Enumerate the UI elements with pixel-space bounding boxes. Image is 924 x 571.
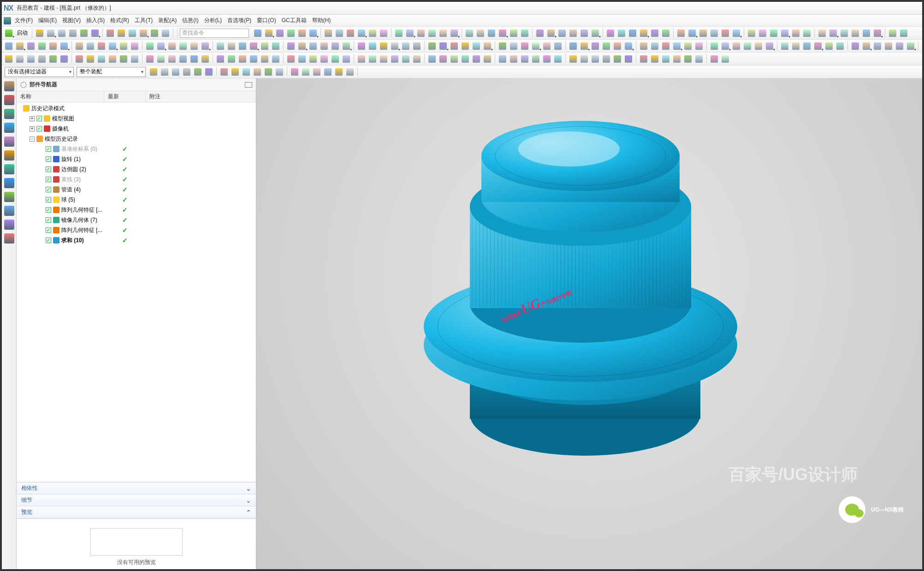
toolbar-button[interactable] <box>742 41 752 51</box>
toolbar-button[interactable] <box>308 41 318 51</box>
toolbar-button[interactable] <box>883 41 894 51</box>
toolbar-button[interactable] <box>590 54 600 64</box>
toolbar-button[interactable] <box>817 28 827 38</box>
toolbar-button[interactable] <box>601 54 611 64</box>
tree-row[interactable]: ✓直线 (3)✓ <box>17 174 256 184</box>
toolbar-button[interactable] <box>394 28 404 38</box>
toolbar-button[interactable] <box>401 54 411 64</box>
toolbar-button[interactable] <box>802 28 812 38</box>
toolbar-button[interactable] <box>475 28 486 38</box>
toolbar-button[interactable] <box>753 41 764 51</box>
toolbar-button[interactable] <box>460 54 470 64</box>
tree-row[interactable]: ✓旋转 (1)✓ <box>17 154 256 164</box>
toolbar-button[interactable] <box>178 41 188 51</box>
toolbar-button[interactable] <box>460 41 470 51</box>
resource-tab[interactable] <box>4 233 14 244</box>
toolbar-button[interactable] <box>894 41 905 51</box>
resource-tab[interactable] <box>4 137 14 147</box>
toolbar-button[interactable] <box>401 41 411 51</box>
toolbar-button[interactable] <box>237 54 248 64</box>
toolbar-button[interactable] <box>74 41 84 51</box>
toolbar-button[interactable] <box>661 28 671 38</box>
toolbar-button[interactable] <box>252 67 262 77</box>
toolbar-button[interactable] <box>824 41 834 51</box>
toolbar-button[interactable] <box>130 41 140 51</box>
resource-tab[interactable] <box>4 81 14 91</box>
toolbar-button[interactable] <box>568 54 578 64</box>
toolbar-button[interactable] <box>15 54 25 64</box>
toolbar-button[interactable] <box>200 54 210 64</box>
toolbar-button[interactable] <box>546 28 556 38</box>
menu-item[interactable]: 装配(A) <box>155 16 179 25</box>
toolbar-button[interactable] <box>204 67 214 77</box>
toolbar-button[interactable] <box>37 41 47 51</box>
tree-row[interactable]: ✓管道 (4)✓ <box>17 184 256 195</box>
toolbar-button[interactable] <box>720 28 730 38</box>
tree-root[interactable]: 历史记录模式 <box>17 103 256 113</box>
toolbar-button[interactable] <box>189 54 199 64</box>
menu-item[interactable]: 分析(L) <box>201 16 225 25</box>
checkbox-icon[interactable]: ✓ <box>46 207 51 213</box>
toolbar-button[interactable] <box>193 67 203 77</box>
toolbar-button[interactable] <box>37 54 47 64</box>
toolbar-button[interactable] <box>709 54 719 64</box>
toolbar-button[interactable] <box>449 28 459 38</box>
toolbar-button[interactable] <box>509 28 519 38</box>
toolbar-button[interactable] <box>271 41 281 51</box>
toolbar-button[interactable] <box>215 41 225 51</box>
toolbar-button[interactable] <box>590 41 600 51</box>
toolbar-button[interactable] <box>167 54 177 64</box>
toolbar-button[interactable] <box>253 28 263 38</box>
menu-item[interactable]: 信息(I) <box>179 16 201 25</box>
toolbar-button[interactable] <box>780 41 790 51</box>
toolbar-button[interactable] <box>85 41 95 51</box>
toolbar-button[interactable] <box>672 41 682 51</box>
resource-tab[interactable] <box>4 164 14 174</box>
toolbar-button[interactable] <box>367 28 378 38</box>
toolbar-button[interactable] <box>15 41 25 51</box>
toolbar-button[interactable] <box>464 28 474 38</box>
toolbar-button[interactable] <box>308 54 318 64</box>
toolbar-button[interactable] <box>149 28 160 38</box>
toolbar-button[interactable] <box>341 41 351 51</box>
tree-row[interactable]: +✓摄像机 <box>17 124 256 134</box>
toolbar-button[interactable] <box>367 41 378 51</box>
toolbar-button[interactable] <box>215 54 225 64</box>
toolbar-button[interactable] <box>230 67 240 77</box>
toolbar-button[interactable] <box>59 54 69 64</box>
toolbar-button[interactable] <box>650 41 660 51</box>
toolbar-button[interactable] <box>96 41 107 51</box>
toolbar-button[interactable] <box>356 41 367 51</box>
checkbox-icon[interactable]: ✓ <box>46 187 51 192</box>
toolbar-button[interactable] <box>271 54 281 64</box>
menu-item[interactable]: 视图(V) <box>59 16 83 25</box>
toolbar-button[interactable] <box>301 67 311 77</box>
tree-body[interactable]: 历史记录模式 +✓模型视图+✓摄像机-模型历史记录✓基准坐标系 (0)✓✓旋转 … <box>17 102 256 482</box>
toolbar-button[interactable] <box>323 28 333 38</box>
assembly-filter-combo[interactable]: 整个装配 <box>77 67 146 77</box>
toolbar-button[interactable] <box>286 41 296 51</box>
toolbar-button[interactable] <box>520 54 530 64</box>
toolbar-button[interactable] <box>542 41 552 51</box>
toolbar-button[interactable] <box>379 54 389 64</box>
toolbar-button[interactable] <box>839 28 849 38</box>
toolbar-button[interactable] <box>130 54 140 64</box>
toolbar-button[interactable] <box>906 41 916 51</box>
toolbar-button[interactable] <box>4 41 14 51</box>
toolbar-button[interactable] <box>579 41 589 51</box>
toolbar-button[interactable] <box>145 54 155 64</box>
toolbar-button[interactable] <box>312 67 322 77</box>
menu-item[interactable]: 工具(T) <box>132 16 155 25</box>
resource-tab[interactable] <box>4 206 14 216</box>
toolbar-button[interactable] <box>297 28 307 38</box>
start-button[interactable] <box>4 28 14 38</box>
toolbar-button[interactable] <box>118 41 129 51</box>
toolbar-button[interactable] <box>416 28 426 38</box>
resource-tab[interactable] <box>4 123 14 133</box>
toolbar-button[interactable] <box>367 54 378 64</box>
toolbar-button[interactable] <box>264 28 274 38</box>
menu-item[interactable]: 帮助(H) <box>309 16 334 25</box>
toolbar-button[interactable] <box>145 41 155 51</box>
toolbar-button[interactable] <box>872 41 883 51</box>
toolbar-button[interactable] <box>531 41 541 51</box>
